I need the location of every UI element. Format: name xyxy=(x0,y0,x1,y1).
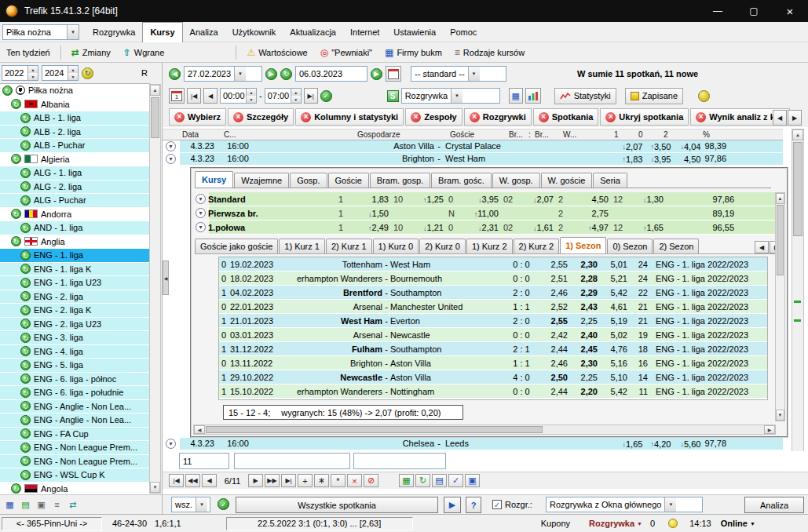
scroll-left-icon[interactable]: ◀ xyxy=(755,241,769,253)
stat-subtab[interactable]: 1) Sezon xyxy=(560,237,606,253)
detail-tab[interactable]: Wzajemne xyxy=(234,173,289,188)
tree-item[interactable]: ↻ ENG - 2. liga K xyxy=(0,304,150,318)
spin-down-icon[interactable]: ▼ xyxy=(291,96,301,103)
row-expand-icon[interactable]: ▾ xyxy=(166,154,176,164)
col-header-odds0[interactable]: 0 xyxy=(638,130,643,139)
tree-item[interactable]: ↻ Anglia xyxy=(0,235,150,250)
detail-tab[interactable]: W. goście xyxy=(541,173,593,188)
filter-input-2[interactable] xyxy=(234,453,350,469)
col-header-away[interactable]: Goście xyxy=(450,130,474,139)
nav-prev-page-button[interactable]: ◀◀ xyxy=(185,474,200,487)
close-button[interactable]: × xyxy=(772,0,808,22)
tree-item[interactable]: ↻ ALG - Puchar xyxy=(0,194,150,208)
bar-chart-icon[interactable] xyxy=(525,88,541,104)
filter-toggle-button[interactable]: × Wybierz xyxy=(169,108,226,126)
filter-toggle-button[interactable]: × Kolumny i statystyki xyxy=(295,108,404,126)
detail-tab[interactable]: Gosp. xyxy=(290,173,327,188)
tree-item[interactable]: ↻ ENG - 3. liga xyxy=(0,331,150,345)
grid-plus-icon[interactable]: ▦ xyxy=(509,88,523,104)
advance-date-icon[interactable]: ▶ xyxy=(371,68,382,80)
spin-up-icon[interactable]: ▲ xyxy=(247,89,256,96)
scroll-left-icon[interactable]: ◀ xyxy=(773,110,787,126)
tree-item[interactable]: ↻ Angola xyxy=(0,483,150,495)
col-header-data[interactable]: Data xyxy=(182,130,199,139)
menu-item[interactable]: Ustawienia xyxy=(386,22,443,42)
time-prev-button[interactable]: ◀ xyxy=(203,88,218,104)
history-row[interactable]: 1 21.01.2023 West Ham - Everton 2 : 0 2,… xyxy=(219,314,767,328)
odds-row[interactable]: ▾ Standard 11,83 10↑1,25 0↓3,95 02↓2,07 … xyxy=(195,192,776,206)
detail-tab[interactable]: W. gosp. xyxy=(492,173,540,188)
competitions-icon[interactable]: ▣ xyxy=(35,498,48,511)
table-view-button[interactable]: ▦ xyxy=(399,474,414,487)
stat-subtab[interactable]: Goście jako goście xyxy=(195,239,278,253)
wgrane-button[interactable]: ⇧ Wgrane xyxy=(117,44,171,61)
col-header-pct[interactable]: % xyxy=(703,130,710,139)
spin-down-icon[interactable]: ▼ xyxy=(28,73,38,80)
tree-item[interactable]: ↻ ENG - 4. liga xyxy=(0,345,150,359)
scroll-up-icon[interactable]: ▲ xyxy=(150,85,160,96)
stat-subtab[interactable]: 2) Kurz 2 xyxy=(514,239,560,253)
add-record-button[interactable]: + xyxy=(298,474,313,487)
year-from-spinner[interactable]: 2022 ▲▼ xyxy=(2,65,38,81)
time-from-spinner[interactable]: 00:00 ▲▼ xyxy=(220,88,257,104)
filter-toggle-button[interactable]: × Rozgrywki xyxy=(464,108,532,126)
detail-horizontal-scrollbar[interactable]: ◀ ▶ xyxy=(193,425,776,435)
filter-toggle-button[interactable]: × Ukryj spotkania xyxy=(600,108,689,126)
scroll-down-icon[interactable]: ▼ xyxy=(776,410,784,421)
nav-next-button[interactable]: ▶ xyxy=(248,474,263,487)
report-button[interactable]: ▣ xyxy=(465,474,480,487)
scrollbar-thumb[interactable] xyxy=(793,142,803,236)
scrollbar-thumb[interactable] xyxy=(151,97,159,138)
star-button[interactable]: * xyxy=(331,474,346,487)
tree-item[interactable]: ↻ ENG - 6. liga - południe xyxy=(0,386,150,400)
spin-up-icon[interactable]: ▲ xyxy=(68,66,78,73)
stat-subtab[interactable]: 2) Kurz 0 xyxy=(419,239,466,253)
view-select[interactable]: Rozgrywka ▼ xyxy=(401,88,500,104)
next-date-icon[interactable]: ▶ xyxy=(265,68,277,80)
menu-item[interactable]: Internet xyxy=(343,22,386,42)
col-header-goals-home[interactable]: Br... xyxy=(509,130,523,139)
nav-first-button[interactable]: |◀ xyxy=(169,474,184,487)
stop-button[interactable]: ⊘ xyxy=(364,474,378,487)
odds-row[interactable]: ▾ 1.połowa 1↑2,49 10↓1,21 0↓2,31 02↓1,61… xyxy=(195,220,776,235)
mode-select[interactable]: -- standard -- ▼ xyxy=(411,66,506,82)
sport-select[interactable]: Piłka nożna ▼ xyxy=(2,24,79,40)
scroll-right-icon[interactable]: ▶ xyxy=(764,425,775,434)
apply-time-icon[interactable]: ✓ xyxy=(320,90,332,102)
detail-tab[interactable]: Goście xyxy=(328,173,369,188)
tree-item[interactable]: ↻ ENG - Anglie - Non Lea... xyxy=(0,400,150,414)
help-button[interactable]: ? xyxy=(466,497,481,513)
col-header-home[interactable]: Gospodarze xyxy=(357,130,400,139)
spin-up-icon[interactable]: ▲ xyxy=(28,66,38,73)
tree-scrollbar[interactable]: ▲ ▼ xyxy=(149,84,161,494)
history-row[interactable]: 1 04.02.2023 Brentford - Southampton 2 :… xyxy=(219,286,767,300)
scroll-right-icon[interactable]: ▶ xyxy=(788,110,802,126)
tree-item[interactable]: ↻ ENG - 6. liga - północ xyxy=(0,373,150,387)
history-row[interactable]: 0 03.01.2023 Arsenal - Newcastle 0 : 0 2… xyxy=(219,328,767,342)
scroll-up-icon[interactable]: ▲ xyxy=(776,193,784,204)
menu-item[interactable]: Użytkownik xyxy=(225,22,283,42)
tree-item[interactable]: ↻ ENG - WSL Cup K xyxy=(0,468,150,483)
tree-item[interactable]: ↻ ENG - Non League Prem... xyxy=(0,441,150,455)
scope-select[interactable]: wsz. ▼ xyxy=(171,497,210,512)
menu-item[interactable]: Aktualizacja xyxy=(283,22,343,42)
detail-vertical-scrollbar[interactable]: ▲ ▼ xyxy=(775,192,785,421)
history-row[interactable]: 0 22.01.2023 Arsenal - Manchester United… xyxy=(219,300,767,314)
scrollbar-thumb[interactable] xyxy=(777,205,784,275)
row-expand-icon[interactable]: ▾ xyxy=(166,439,176,449)
sort-icon[interactable]: S xyxy=(387,90,399,102)
teams-icon[interactable]: ▤ xyxy=(19,498,32,511)
minimize-button[interactable]: — xyxy=(700,0,736,22)
history-row[interactable]: 0 18.02.2023 erhampton Wanderers - Bourn… xyxy=(219,271,767,286)
row-expand-icon[interactable]: ▾ xyxy=(196,208,206,218)
scrollbar-thumb[interactable] xyxy=(206,426,543,433)
row-expand-icon[interactable]: ▾ xyxy=(196,222,206,232)
tree-item[interactable]: ↻ ALB - 2. liga xyxy=(0,126,150,140)
wartosciowe-button[interactable]: ⚠ Wartościowe xyxy=(240,44,313,61)
statystyki-button[interactable]: Statystyki xyxy=(554,88,616,104)
record-count-input[interactable] xyxy=(179,453,229,469)
scroll-left-icon[interactable]: ◀ xyxy=(194,425,205,434)
analiza-button[interactable]: Analiza xyxy=(744,497,804,513)
day-calendar-button[interactable]: 1 xyxy=(169,88,185,104)
zmiany-button[interactable]: ⇄ Zmiany xyxy=(65,44,117,61)
